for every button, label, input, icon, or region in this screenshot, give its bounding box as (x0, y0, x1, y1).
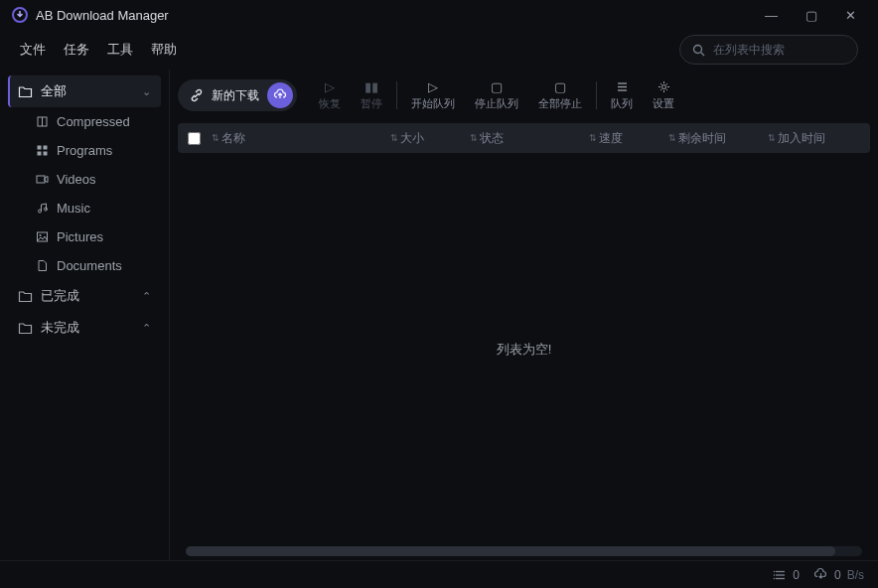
scrollbar-thumb[interactable] (186, 546, 835, 556)
sort-icon: ⇅ (212, 133, 220, 143)
pause-icon: ▮▮ (365, 80, 378, 94)
gear-icon (658, 80, 670, 94)
sidebar-item-label: Compressed (57, 114, 130, 129)
sidebar-incomplete-label: 未完成 (41, 319, 79, 337)
column-header-name[interactable]: ⇅ 名称 (212, 130, 390, 147)
column-header-speed[interactable]: ⇅ 速度 (589, 130, 668, 147)
settings-button[interactable]: 设置 (643, 80, 684, 111)
chevron-down-icon: ⌄ (142, 85, 151, 98)
sidebar: 全部 ⌄ Compressed Programs Videos Music (0, 70, 169, 560)
sidebar-item-label: Programs (57, 143, 112, 158)
pause-button[interactable]: ▮▮ 暂停 (351, 80, 392, 111)
sidebar-item-music[interactable]: Music (8, 194, 161, 222)
column-header-size[interactable]: ⇅ 大小 (390, 130, 470, 147)
stop-icon: ▢ (491, 80, 503, 94)
sidebar-section-all[interactable]: 全部 ⌄ (8, 75, 161, 107)
svg-point-19 (774, 570, 776, 572)
queue-button[interactable]: 队列 (601, 80, 643, 111)
sidebar-all-label: 全部 (41, 82, 67, 100)
svg-rect-6 (44, 146, 48, 150)
svg-point-21 (774, 577, 776, 579)
status-speed: 0 B/s (813, 567, 864, 582)
sort-icon: ⇅ (470, 133, 478, 143)
sidebar-item-label: Videos (57, 172, 96, 187)
play-icon: ▷ (428, 80, 438, 94)
svg-point-20 (774, 574, 776, 576)
video-icon (36, 173, 49, 186)
sidebar-item-compressed[interactable]: Compressed (8, 107, 161, 136)
status-list-count: 0 (773, 568, 800, 582)
sidebar-section-incomplete[interactable]: 未完成 ⌃ (8, 312, 161, 344)
folder-icon (18, 289, 33, 304)
sidebar-item-label: Pictures (57, 229, 103, 244)
sidebar-item-pictures[interactable]: Pictures (8, 222, 161, 251)
toolbar: 新的下载 ▷ 恢复 ▮▮ 暂停 ▷ 开始队列 ▢ 停止队列 (178, 75, 870, 115)
close-button[interactable]: ✕ (845, 8, 856, 23)
table-header: ⇅ 名称 ⇅ 大小 ⇅ 状态 ⇅ 速度 ⇅ 剩余时间 ⇅ 加入时间 (178, 123, 870, 153)
image-icon (36, 230, 49, 243)
svg-point-15 (661, 85, 665, 89)
menu-tasks[interactable]: 任务 (64, 41, 89, 59)
horizontal-scrollbar[interactable] (186, 546, 862, 556)
search-input[interactable] (713, 43, 845, 57)
stop-queue-button[interactable]: ▢ 停止队列 (465, 80, 528, 111)
svg-point-1 (694, 45, 702, 53)
archive-icon (36, 115, 49, 128)
menu-tools[interactable]: 工具 (107, 41, 133, 59)
sidebar-item-programs[interactable]: Programs (8, 136, 161, 165)
svg-point-11 (40, 234, 42, 236)
toolbar-separator (596, 81, 597, 109)
search-icon (692, 44, 705, 57)
sidebar-section-completed[interactable]: 已完成 ⌃ (8, 280, 161, 312)
music-icon (36, 202, 49, 215)
menu-help[interactable]: 帮助 (151, 41, 177, 59)
new-download-label: 新的下载 (212, 87, 259, 104)
new-download-button[interactable]: 新的下载 (178, 79, 297, 111)
sort-icon: ⇅ (768, 133, 776, 143)
empty-message: 列表为空! (178, 153, 870, 546)
menubar: 文件 任务 工具 帮助 (0, 30, 878, 70)
grid-icon (36, 144, 49, 157)
app-logo-icon (12, 7, 28, 23)
svg-line-2 (701, 52, 705, 56)
resume-button[interactable]: ▷ 恢复 (309, 80, 351, 111)
sort-icon: ⇅ (668, 133, 676, 143)
list-icon (616, 80, 629, 94)
menu-file[interactable]: 文件 (20, 41, 46, 59)
svg-rect-8 (44, 152, 48, 156)
statusbar: 0 0 B/s (0, 560, 878, 588)
svg-rect-7 (38, 152, 42, 156)
chevron-up-icon: ⌃ (142, 290, 151, 303)
column-header-remaining[interactable]: ⇅ 剩余时间 (668, 130, 768, 147)
stop-icon: ▢ (554, 80, 566, 94)
sidebar-item-label: Music (57, 201, 90, 216)
sidebar-item-label: Documents (57, 258, 122, 273)
svg-rect-9 (37, 176, 45, 183)
window-title: AB Download Manager (36, 8, 169, 23)
list-icon (773, 568, 787, 582)
column-header-added[interactable]: ⇅ 加入时间 (768, 130, 847, 147)
toolbar-separator (396, 81, 397, 109)
svg-rect-5 (38, 146, 42, 150)
folder-icon (18, 321, 33, 336)
start-queue-button[interactable]: ▷ 开始队列 (401, 80, 465, 111)
folder-icon (18, 84, 33, 99)
sidebar-item-videos[interactable]: Videos (8, 165, 161, 194)
link-icon (190, 88, 204, 102)
chevron-up-icon: ⌃ (142, 322, 151, 335)
maximize-button[interactable]: ▢ (805, 8, 817, 23)
search-box[interactable] (679, 35, 858, 65)
sort-icon: ⇅ (589, 133, 597, 143)
titlebar: AB Download Manager — ▢ ✕ (0, 0, 878, 30)
cloud-down-icon (813, 567, 828, 582)
column-header-status[interactable]: ⇅ 状态 (470, 130, 589, 147)
stop-all-button[interactable]: ▢ 全部停止 (528, 80, 592, 111)
sidebar-item-documents[interactable]: Documents (8, 251, 161, 280)
minimize-button[interactable]: — (765, 8, 778, 23)
document-icon (36, 259, 49, 272)
cloud-upload-button[interactable] (267, 82, 293, 108)
content-area: 新的下载 ▷ 恢复 ▮▮ 暂停 ▷ 开始队列 ▢ 停止队列 (169, 70, 878, 560)
sort-icon: ⇅ (390, 133, 398, 143)
select-all-checkbox[interactable] (188, 132, 212, 145)
window-controls: — ▢ ✕ (765, 8, 866, 23)
